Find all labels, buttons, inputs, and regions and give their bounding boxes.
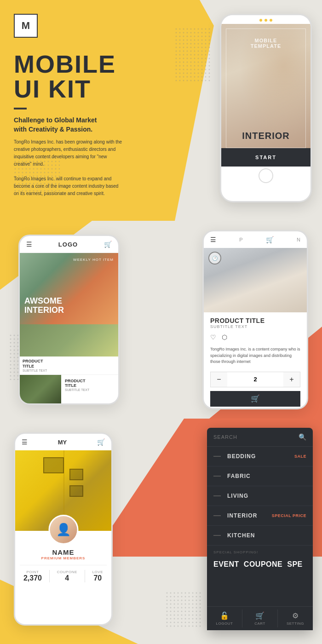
- phone4-user-name: NAME: [20, 548, 107, 556]
- share-icon[interactable]: ⬡: [222, 334, 227, 341]
- cart-icon-phone3[interactable]: 🛒: [266, 236, 274, 243]
- bottom-section: ☰ MY 🛒 👤 NAME PREMIUM ME: [0, 419, 322, 644]
- heart-icon[interactable]: ♡: [210, 334, 216, 341]
- panel5-nav-cart-label: CART: [254, 621, 265, 626]
- menu-item-kitchen-label: KITCHEN: [227, 532, 306, 539]
- hero-section: M MOBILE UI KIT Challenge to Global Mark…: [0, 0, 322, 221]
- menu-item-bedding[interactable]: BEDDING SALE: [207, 447, 313, 466]
- phone4-frame-3: [69, 485, 83, 497]
- hero-left-content: M MOBILE UI KIT Challenge to Global Mark…: [14, 14, 124, 197]
- phone4-logo: MY: [58, 439, 67, 446]
- menu-item-dash-1: [213, 456, 221, 457]
- phone4-stat-point-label: POINT: [23, 570, 42, 574]
- hamburger-icon[interactable]: ☰: [26, 241, 32, 248]
- search-icon[interactable]: 🔍: [299, 433, 306, 441]
- brand-logo-letter: M: [22, 20, 30, 32]
- panel5-wrapper: 🔍 BEDDING SALE FABRIC LIVING INTERIOR SP…: [207, 428, 313, 630]
- phone1-start-button[interactable]: START: [221, 148, 310, 167]
- quantity-plus-button[interactable]: +: [283, 372, 300, 387]
- panel5-bottom-nav: 🔓 LOGOUT 🛒 CART ⚙ SETTING: [207, 606, 313, 630]
- clock-decoration: 🕐: [208, 252, 221, 264]
- panel5-nav-setting-label: SETTING: [287, 621, 304, 626]
- svg-rect-1: [175, 28, 212, 83]
- phone1-start-label: START: [255, 155, 276, 160]
- menu-item-interior[interactable]: INTERIOR SPECIAL PRICE: [207, 506, 313, 526]
- panel5-special-label: SPECIAL SHOPPING!: [207, 546, 313, 557]
- hamburger-icon-p4[interactable]: ☰: [22, 438, 28, 446]
- panel5-nav-setting[interactable]: ⚙ SETTING: [278, 607, 313, 630]
- phone2-hero-title: AWSOME INTERIOR: [24, 297, 64, 315]
- menu-item-bedding-badge: SALE: [294, 454, 306, 459]
- phone-mockup-3: ☰ P 🛒 N 🕐 PRODUCT TITLE SUBTITLE TEXT ♡ …: [202, 230, 308, 409]
- panel5-coupone-label[interactable]: COUPONE: [244, 560, 282, 569]
- phone4-wrapper: ☰ MY 🛒 👤 NAME PREMIUM ME: [14, 432, 113, 626]
- cart-icon-phone2[interactable]: 🛒: [104, 241, 112, 248]
- setting-icon: ⚙: [292, 611, 299, 620]
- menu-item-dash-4: [213, 515, 221, 516]
- panel5-spe-label[interactable]: SPE: [287, 560, 303, 569]
- phone2-bottom-image: [20, 375, 61, 405]
- menu-item-fabric[interactable]: FABRIC: [207, 466, 313, 486]
- phone2-wrapper: ☰ LOGO 🛒 WEEKLY HOT ITEM AWSOME INTERIOR…: [18, 235, 120, 405]
- phone4-frame-1: [43, 457, 64, 473]
- phone-mockup-2: ☰ LOGO 🛒 WEEKLY HOT ITEM AWSOME INTERIOR…: [18, 235, 120, 405]
- quantity-minus-button[interactable]: −: [211, 372, 227, 387]
- phone-mockup-4: ☰ MY 🛒 👤 NAME PREMIUM ME: [14, 432, 113, 626]
- menu-item-interior-badge: SPECIAL PRICE: [272, 513, 306, 518]
- phone4-member-type: PREMIUM MEMBERS: [20, 556, 107, 560]
- phone4-header: ☰ MY 🛒: [15, 434, 111, 450]
- menu-item-kitchen[interactable]: KITCHEN: [207, 526, 313, 546]
- panel5-nav-cart[interactable]: 🛒 CART: [242, 607, 277, 630]
- hero-title-line2: UI KIT: [14, 76, 124, 101]
- phone4-stat-coupone: COUPONE 4: [57, 570, 77, 582]
- phones-row-section: ☰ LOGO 🛒 WEEKLY HOT ITEM AWSOME INTERIOR…: [0, 221, 322, 419]
- panel5-nav-logout[interactable]: 🔓 LOGOUT: [207, 607, 242, 630]
- phone2-product2-subtitle: SUBTITLE TEXT: [23, 369, 115, 372]
- quantity-value: 2: [227, 376, 283, 383]
- phone1-interior-image: MOBILETEMPLATE INTERIOR START: [221, 24, 310, 167]
- phone4-avatar: 👤: [48, 515, 78, 545]
- phone2-bottom-product: PRODUCTTITLE SUBTITLE TEXT: [20, 374, 118, 405]
- phone4-stats-row: POINT 2,370 COUPONE 4 LOVE 70: [20, 565, 107, 587]
- phone3-actions: ♡ ⬡: [204, 331, 307, 344]
- phone2-hero-title-l2: INTERIOR: [24, 306, 64, 315]
- dot-pattern-top-right: [175, 28, 212, 83]
- phone4-stat-coupone-label: COUPONE: [57, 570, 77, 574]
- hero-title: MOBILE UI KIT: [14, 52, 124, 101]
- phone2-product2-info: PRODUCTTITLE SUBTITLE TEXT: [20, 356, 118, 374]
- phone2-hero-label: WEEKLY HOT ITEM: [73, 258, 114, 262]
- panel5-search-input[interactable]: [213, 434, 299, 440]
- hamburger-icon-p3[interactable]: ☰: [210, 236, 216, 243]
- logout-icon: 🔓: [220, 611, 229, 620]
- phone1-interior-label: INTERIOR: [221, 131, 310, 141]
- menu-item-dash-2: [213, 476, 221, 477]
- stat-divider-1: [49, 570, 50, 582]
- menu-item-fabric-label: FABRIC: [227, 473, 306, 479]
- phone4-stat-love-label: LOVE: [92, 570, 103, 574]
- cart-icon-p3-btn: 🛒: [251, 394, 260, 403]
- brand-logo-box: M: [14, 14, 38, 38]
- menu-item-bedding-label: BEDDING: [227, 453, 294, 460]
- panel5-search-bar: 🔍: [207, 428, 313, 447]
- phone1-home-button[interactable]: [259, 168, 273, 183]
- cart-nav-icon: 🛒: [255, 611, 264, 620]
- phone1-dot-2: [264, 19, 267, 22]
- menu-item-interior-label: INTERIOR: [227, 512, 272, 519]
- phone1-dot-3: [270, 19, 272, 22]
- svg-rect-7: [166, 592, 202, 628]
- phone2-bottom-info: PRODUCTTITLE SUBTITLE TEXT: [61, 375, 93, 405]
- phone2-products-row: PRODUCTTITLE SUBTITLE TEXT: [20, 324, 118, 374]
- panel5-event-label[interactable]: EVENT: [213, 560, 239, 569]
- phone2-product-right: PRODUCTTITLE SUBTITLE TEXT: [20, 324, 118, 374]
- phone4-stat-love-value: 70: [92, 574, 103, 582]
- phone4-stat-point: POINT 2,370: [23, 570, 42, 582]
- phone4-stat-coupone-value: 4: [57, 574, 77, 582]
- hero-divider: [14, 108, 27, 109]
- menu-item-living[interactable]: LIVING: [207, 486, 313, 506]
- phone3-nav-prev[interactable]: P: [239, 237, 242, 242]
- phone3-product-image: 🕐: [204, 248, 307, 312]
- dark-menu-panel: 🔍 BEDDING SALE FABRIC LIVING INTERIOR SP…: [207, 428, 313, 630]
- phone3-nav-next[interactable]: N: [297, 237, 300, 242]
- cart-icon-phone4[interactable]: 🛒: [97, 438, 105, 446]
- phone3-add-to-cart-button[interactable]: 🛒: [210, 391, 300, 407]
